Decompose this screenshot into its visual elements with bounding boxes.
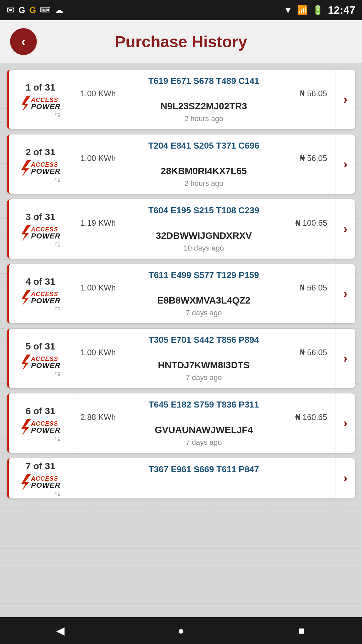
card-time: 7 days ago	[80, 438, 327, 447]
svg-marker-1	[21, 160, 31, 176]
brand-logo: access power .ng	[20, 96, 60, 117]
logo-access-text: access	[31, 97, 60, 103]
svg-marker-3	[21, 290, 31, 306]
logo-power-text: power	[31, 362, 60, 369]
card-details-row: 1.00 KWh ₦ 56.05	[80, 89, 327, 98]
card-left: 7 of 31 access power .ng	[9, 458, 72, 498]
card-index: 3 of 31	[25, 212, 55, 222]
card-price: ₦ 160.65	[295, 413, 327, 422]
logo-access-text: access	[31, 291, 60, 297]
chevron-right-icon: ›	[344, 352, 348, 366]
card-token: 28KBM0RI4KX7L65	[80, 166, 327, 176]
transaction-id: T305 E701 S442 T856 P894	[80, 335, 327, 345]
logo-power-text: power	[31, 168, 60, 175]
card-chevron[interactable]: ›	[335, 329, 355, 388]
lightning-icon	[20, 355, 31, 371]
card-main: T604 E195 S215 T108 C239 1.19 KWh ₦ 100.…	[72, 199, 335, 259]
card-price: ₦ 56.05	[300, 348, 327, 357]
logo-ng-text: .ng	[53, 306, 60, 311]
card-chevron[interactable]: ›	[335, 264, 355, 323]
logo-power-text: power	[31, 482, 60, 489]
lightning-icon	[20, 474, 31, 490]
purchase-card[interactable]: 4 of 31 access power .ng T611 E49	[7, 264, 355, 323]
card-chevron[interactable]: ›	[335, 393, 355, 453]
logo-access-text: access	[31, 226, 60, 232]
lightning-icon	[20, 225, 31, 241]
transaction-id: T604 E195 S215 T108 C239	[80, 205, 327, 216]
transaction-id: T611 E499 S577 T129 P159	[80, 270, 327, 280]
card-price: ₦ 56.05	[300, 283, 327, 292]
card-price: ₦ 100.65	[295, 218, 327, 228]
card-details-row: 2.88 KWh ₦ 160.65	[80, 413, 327, 422]
card-kwh: 1.00 KWh	[80, 348, 116, 357]
card-token: E8B8WXMVA3L4QZ2	[80, 295, 327, 306]
card-kwh: 1.00 KWh	[80, 89, 116, 98]
google2-icon: G	[29, 5, 36, 15]
card-chevron[interactable]: ›	[335, 458, 355, 498]
transaction-id: T204 E841 S205 T371 C696	[80, 141, 327, 151]
card-kwh: 2.88 KWh	[80, 413, 116, 422]
logo-power-text: power	[31, 427, 60, 434]
battery-icon: 🔋	[312, 5, 323, 15]
purchase-card[interactable]: 3 of 31 access power .ng T604 E19	[7, 199, 355, 259]
bottom-nav: ◀ ● ■	[0, 617, 362, 644]
lightning-icon	[20, 419, 31, 435]
brand-logo: access power .ng	[20, 225, 60, 247]
purchase-card[interactable]: 1 of 31 access power .ng T619 E67	[7, 70, 355, 129]
card-token: GVUAUNAWJWELJF4	[80, 425, 327, 435]
chevron-right-icon: ›	[344, 222, 348, 236]
purchase-card[interactable]: 2 of 31 access power .ng T204 E84	[7, 135, 355, 194]
logo-power-text: power	[31, 232, 60, 240]
card-main: T645 E182 S759 T836 P311 2.88 KWh ₦ 160.…	[72, 393, 335, 453]
purchase-card[interactable]: 7 of 31 access power .ng T367 E96	[7, 458, 355, 498]
logo-ng-text: .ng	[53, 241, 60, 247]
google-icon: G	[18, 5, 25, 15]
brand-logo: access power .ng	[20, 419, 60, 441]
chevron-right-icon: ›	[344, 471, 348, 485]
lightning-icon	[20, 96, 31, 112]
nav-recents-icon: ■	[298, 625, 305, 637]
card-kwh: 1.19 KWh	[80, 218, 116, 228]
logo-access-text: access	[31, 162, 60, 168]
brand-logo: access power .ng	[20, 474, 60, 496]
card-index: 6 of 31	[25, 406, 55, 417]
card-index: 5 of 31	[25, 341, 55, 352]
logo-power-text: power	[31, 103, 60, 110]
back-arrow-icon: ‹	[21, 35, 25, 48]
purchase-card[interactable]: 5 of 31 access power .ng T305 E70	[7, 329, 355, 388]
card-token: 32DBWWIJGNDXRXV	[80, 230, 327, 241]
status-right-icons: ▼ 📶 🔋 12:47	[284, 4, 355, 16]
status-icons: ✉ G G ⌨ ☁	[7, 5, 63, 16]
card-left: 3 of 31 access power .ng	[9, 199, 72, 259]
nav-home-button[interactable]: ●	[171, 621, 191, 641]
signal-icon: 📶	[297, 5, 308, 15]
nav-back-button[interactable]: ◀	[50, 621, 70, 641]
back-button[interactable]: ‹	[10, 28, 37, 55]
purchase-card[interactable]: 6 of 31 access power .ng T645 E18	[7, 393, 355, 453]
card-main: T619 E671 S678 T489 C141 1.00 KWh ₦ 56.0…	[72, 70, 335, 129]
transaction-id: T645 E182 S759 T836 P311	[80, 399, 327, 410]
page-title: Purchase History	[37, 33, 325, 51]
lightning-icon	[20, 290, 31, 306]
card-details-row: 1.00 KWh ₦ 56.05	[80, 154, 327, 163]
card-time: 7 days ago	[80, 373, 327, 382]
cloud-icon: ☁	[55, 5, 63, 15]
card-main: T367 E961 S669 T611 P847	[72, 458, 335, 498]
card-index: 1 of 31	[25, 82, 55, 93]
logo-access-text: access	[31, 421, 60, 427]
card-left: 5 of 31 access power .ng	[9, 329, 72, 388]
wifi-icon: ▼	[284, 5, 292, 15]
nav-recents-button[interactable]: ■	[292, 621, 312, 641]
card-left: 2 of 31 access power .ng	[9, 135, 72, 194]
card-time: 2 hours ago	[80, 114, 327, 123]
logo-ng-text: .ng	[53, 490, 60, 496]
card-chevron[interactable]: ›	[335, 135, 355, 194]
card-token: HNTDJ7KWM8I3DTS	[80, 360, 327, 371]
card-chevron[interactable]: ›	[335, 70, 355, 129]
logo-power-text: power	[31, 297, 60, 305]
keyboard-icon: ⌨	[40, 6, 51, 14]
card-price: ₦ 56.05	[300, 154, 327, 163]
card-index: 7 of 31	[25, 461, 55, 472]
card-chevron[interactable]: ›	[335, 199, 355, 259]
nav-back-icon: ◀	[56, 624, 65, 637]
